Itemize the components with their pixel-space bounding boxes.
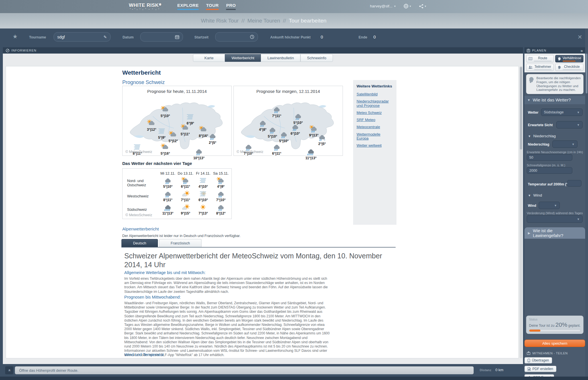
whiterisk-logo[interactable]: WHITE RISK❄ [129,3,162,8]
save-all-button[interactable]: Alles speichern [524,340,585,347]
weather-link[interactable]: Meteo Schweiz [357,111,393,115]
niederschlag-select[interactable]: ▼ [552,140,577,148]
nav-item-explore[interactable]: EXPLORE [177,3,199,10]
lawinengefahr-section-header[interactable]: ▶ Wie ist die Lawinengefahr? [524,227,585,239]
people-icon [528,66,533,69]
rain-icon [207,133,218,140]
forecast-cell: 8°|12° [212,203,230,216]
temperature-label: 4°|9° [212,185,230,189]
cloud-sun-icon [180,204,191,211]
breadcrumb-white-risk-tour[interactable]: White Risk Tour [201,18,239,24]
day-column-header: Mi 12.11. [159,170,177,176]
breadcrumb-separator: // [283,18,286,24]
expand-profile-button[interactable]: » [5,366,13,374]
plan-button-route[interactable]: Route [526,55,554,62]
breadcrumb-meine-touren[interactable]: Meine Touren [247,18,280,24]
veraenderung-wind-select[interactable]: ▼ [527,215,583,223]
weather-link[interactable]: Satellitenbild [357,92,393,96]
language-tab-französisch[interactable]: Französisch [159,239,202,247]
weather-link[interactable]: SRF Meteo [357,118,393,122]
plan-section-buttons: RouteVerhältnisseTeilnehmerCheckliste [524,54,585,72]
language-tab-deutsch[interactable]: Deutsch [121,239,158,247]
main-scrollbar[interactable] [520,66,522,358]
page-scrollbar[interactable] [585,28,588,380]
clock-icon[interactable] [250,35,254,39]
plan-button-checkliste[interactable]: Checkliste [555,64,583,71]
snow-rain-icon: ❄ [316,134,328,141]
erwartete-sicht-select[interactable]: ▼ [556,121,583,128]
rain-icon [292,113,304,120]
tab-wetterbericht[interactable]: Wetterbericht [225,54,261,62]
ankunft-value: 0 [321,34,323,39]
scrollbar-thumb[interactable] [586,54,587,93]
wetter-select[interactable]: Südstaulage▼ [541,109,583,116]
weather-link[interactable]: Wettermodelle Europa [357,132,393,141]
weather-link[interactable]: Meteocentrale [357,125,393,129]
planen-bar: PLANEN » [524,47,585,54]
region-label: Westschweiz [125,189,159,203]
wind-section-header[interactable]: ▼ Wind [528,193,542,197]
temperature-label: 5°|16° [155,152,175,156]
temperatur-input[interactable] [567,180,581,187]
niederschlag-section-header[interactable]: ▼ Niederschlag [528,134,556,138]
tab-lawinenbulletin[interactable]: Lawinenbulletin [261,54,300,62]
datum-input[interactable] [140,32,183,42]
tourname-input[interactable]: sdgf ✎ [54,32,111,42]
elevation-profile-hint-bar[interactable]: Öffne das Höhenprofil deiner Route. [15,366,474,374]
snowflake-icon: ❄ [159,3,162,7]
heavy-rain-icon [305,148,317,156]
calendar-icon[interactable] [175,35,179,39]
temperature-label: 7°|13° [194,211,212,215]
pdf-icon [528,367,531,371]
chevron-right-icon: ▶ [528,231,530,235]
tab-karte[interactable]: Karte [193,54,225,62]
plan-button-verhltnisse[interactable]: Verhältnisse [555,55,583,62]
user-account-menu[interactable]: harvey@slf... [370,4,392,8]
close-icon[interactable]: ✕ [577,34,582,40]
temperature-label: 8°|11° [159,198,177,202]
temperature-label: 11°|13° [301,156,321,160]
wind-select[interactable]: ▼ [539,202,560,209]
content-tabs: KarteWetterberichtLawinenbulletinSchneei… [3,54,523,62]
neuschnee-input[interactable]: 50 [527,154,572,161]
share-section-title: MITNEHMEN - TEILEN [532,352,568,355]
footer-bar: » Öffne das Höhenprofil deiner Route. Di… [3,364,523,377]
chevron-down-icon[interactable]: ▾ [394,5,396,8]
share-button-bertragen[interactable]: Übertragen [524,357,552,363]
collapse-sidebar-icon[interactable]: » [581,48,583,53]
chevron-up-icon: » [7,369,11,371]
weather-link[interactable]: Niederschlagsradar und Prognose [357,99,393,108]
rain-icon [271,106,282,113]
language-menu[interactable]: ▾ [404,4,411,9]
favorite-star-icon[interactable]: ★ [13,33,18,40]
map-title: Prognose für morgen, 12.11.2014 [234,89,343,94]
prognose-schweiz-heading: Prognose Schweiz [122,79,165,85]
scrollbar-thumb[interactable] [520,67,522,150]
head-icon [528,76,534,84]
rain-icon [278,131,290,138]
rain-icon [215,191,227,198]
share-button-pdferstellen[interactable]: PDF erstellen [524,366,556,372]
forecast-cell: 7°|13° [194,203,212,216]
share-icon [419,4,424,9]
schneefallgrenze-input[interactable]: 2000 [527,167,572,174]
wetter-section-header[interactable]: ▼ Wie ist das Wetter? [524,96,585,104]
user-menu: harvey@slf... ▾ ▾ ▾ [370,4,426,9]
nav-item-tour[interactable]: TOUR [206,3,219,10]
weather-link[interactable]: Wetter weltweit [357,144,393,148]
distanz-label: Distanz [480,368,491,372]
plan-button-teilnehmer[interactable]: Teilnehmer [526,64,554,71]
pencil-icon[interactable]: ✎ [103,35,107,39]
rain-icon [162,191,174,198]
tour-toolbar: ★ Tourname sdgf ✎ Datum Startzeit Ankunf… [3,28,585,46]
status-label: Status [529,318,581,321]
weather-report-panel: Wetterbericht Prognose Schweiz Prognose … [6,66,519,358]
sun-cloud-icon [180,124,191,132]
nav-item-pro[interactable]: PRO [226,3,236,10]
share-menu[interactable]: ▾ [419,4,426,9]
tab-schneeinfo[interactable]: Schneeinfo [300,54,333,62]
forecast-cell: 11°|13° [159,203,177,216]
forecast-cell: 4°|10° [194,176,212,189]
map-icon [528,57,532,60]
startzeit-input[interactable] [215,32,258,42]
